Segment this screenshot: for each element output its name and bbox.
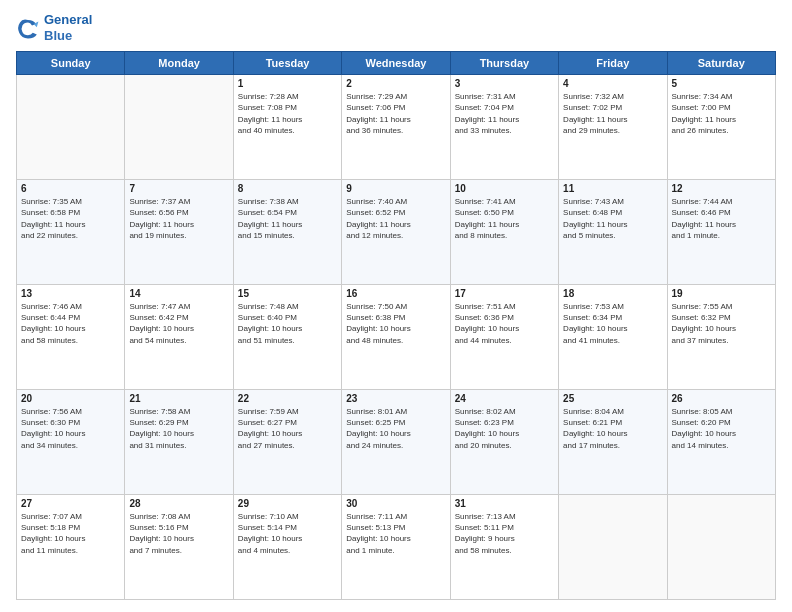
day-number: 27 [21, 498, 120, 509]
day-info: Sunrise: 7:56 AM Sunset: 6:30 PM Dayligh… [21, 406, 120, 451]
header: General Blue [16, 12, 776, 43]
calendar-cell: 23Sunrise: 8:01 AM Sunset: 6:25 PM Dayli… [342, 390, 450, 495]
day-info: Sunrise: 7:51 AM Sunset: 6:36 PM Dayligh… [455, 301, 554, 346]
day-info: Sunrise: 7:46 AM Sunset: 6:44 PM Dayligh… [21, 301, 120, 346]
day-number: 15 [238, 288, 337, 299]
weekday-header: Monday [125, 52, 233, 75]
calendar-cell: 15Sunrise: 7:48 AM Sunset: 6:40 PM Dayli… [233, 285, 341, 390]
calendar-cell: 12Sunrise: 7:44 AM Sunset: 6:46 PM Dayli… [667, 180, 775, 285]
day-number: 29 [238, 498, 337, 509]
calendar-cell: 17Sunrise: 7:51 AM Sunset: 6:36 PM Dayli… [450, 285, 558, 390]
calendar-cell: 8Sunrise: 7:38 AM Sunset: 6:54 PM Daylig… [233, 180, 341, 285]
calendar-cell [559, 495, 667, 600]
day-number: 11 [563, 183, 662, 194]
day-number: 14 [129, 288, 228, 299]
weekday-header: Tuesday [233, 52, 341, 75]
calendar-cell: 11Sunrise: 7:43 AM Sunset: 6:48 PM Dayli… [559, 180, 667, 285]
day-number: 24 [455, 393, 554, 404]
day-info: Sunrise: 7:44 AM Sunset: 6:46 PM Dayligh… [672, 196, 771, 241]
day-info: Sunrise: 7:48 AM Sunset: 6:40 PM Dayligh… [238, 301, 337, 346]
day-info: Sunrise: 8:01 AM Sunset: 6:25 PM Dayligh… [346, 406, 445, 451]
day-info: Sunrise: 7:11 AM Sunset: 5:13 PM Dayligh… [346, 511, 445, 556]
calendar-cell: 1Sunrise: 7:28 AM Sunset: 7:08 PM Daylig… [233, 75, 341, 180]
calendar-cell: 26Sunrise: 8:05 AM Sunset: 6:20 PM Dayli… [667, 390, 775, 495]
calendar-cell: 16Sunrise: 7:50 AM Sunset: 6:38 PM Dayli… [342, 285, 450, 390]
calendar-cell: 18Sunrise: 7:53 AM Sunset: 6:34 PM Dayli… [559, 285, 667, 390]
day-number: 23 [346, 393, 445, 404]
calendar-cell: 27Sunrise: 7:07 AM Sunset: 5:18 PM Dayli… [17, 495, 125, 600]
calendar-cell: 19Sunrise: 7:55 AM Sunset: 6:32 PM Dayli… [667, 285, 775, 390]
day-info: Sunrise: 7:43 AM Sunset: 6:48 PM Dayligh… [563, 196, 662, 241]
day-info: Sunrise: 7:07 AM Sunset: 5:18 PM Dayligh… [21, 511, 120, 556]
day-info: Sunrise: 7:47 AM Sunset: 6:42 PM Dayligh… [129, 301, 228, 346]
calendar-cell: 4Sunrise: 7:32 AM Sunset: 7:02 PM Daylig… [559, 75, 667, 180]
day-number: 12 [672, 183, 771, 194]
day-info: Sunrise: 8:05 AM Sunset: 6:20 PM Dayligh… [672, 406, 771, 451]
calendar-cell: 6Sunrise: 7:35 AM Sunset: 6:58 PM Daylig… [17, 180, 125, 285]
calendar-cell: 24Sunrise: 8:02 AM Sunset: 6:23 PM Dayli… [450, 390, 558, 495]
day-number: 26 [672, 393, 771, 404]
calendar-table: SundayMondayTuesdayWednesdayThursdayFrid… [16, 51, 776, 600]
day-info: Sunrise: 7:59 AM Sunset: 6:27 PM Dayligh… [238, 406, 337, 451]
calendar-cell: 14Sunrise: 7:47 AM Sunset: 6:42 PM Dayli… [125, 285, 233, 390]
calendar-cell: 25Sunrise: 8:04 AM Sunset: 6:21 PM Dayli… [559, 390, 667, 495]
calendar-cell: 9Sunrise: 7:40 AM Sunset: 6:52 PM Daylig… [342, 180, 450, 285]
day-number: 25 [563, 393, 662, 404]
weekday-header: Thursday [450, 52, 558, 75]
day-info: Sunrise: 8:04 AM Sunset: 6:21 PM Dayligh… [563, 406, 662, 451]
day-info: Sunrise: 7:53 AM Sunset: 6:34 PM Dayligh… [563, 301, 662, 346]
calendar-cell [17, 75, 125, 180]
day-number: 6 [21, 183, 120, 194]
weekday-header: Wednesday [342, 52, 450, 75]
day-info: Sunrise: 7:13 AM Sunset: 5:11 PM Dayligh… [455, 511, 554, 556]
day-info: Sunrise: 7:35 AM Sunset: 6:58 PM Dayligh… [21, 196, 120, 241]
day-info: Sunrise: 7:32 AM Sunset: 7:02 PM Dayligh… [563, 91, 662, 136]
day-number: 16 [346, 288, 445, 299]
day-info: Sunrise: 7:50 AM Sunset: 6:38 PM Dayligh… [346, 301, 445, 346]
day-info: Sunrise: 7:55 AM Sunset: 6:32 PM Dayligh… [672, 301, 771, 346]
calendar-cell: 31Sunrise: 7:13 AM Sunset: 5:11 PM Dayli… [450, 495, 558, 600]
day-number: 28 [129, 498, 228, 509]
day-number: 2 [346, 78, 445, 89]
day-number: 7 [129, 183, 228, 194]
day-number: 21 [129, 393, 228, 404]
day-number: 13 [21, 288, 120, 299]
day-info: Sunrise: 8:02 AM Sunset: 6:23 PM Dayligh… [455, 406, 554, 451]
calendar-cell: 29Sunrise: 7:10 AM Sunset: 5:14 PM Dayli… [233, 495, 341, 600]
calendar-cell: 7Sunrise: 7:37 AM Sunset: 6:56 PM Daylig… [125, 180, 233, 285]
day-number: 1 [238, 78, 337, 89]
calendar-cell: 20Sunrise: 7:56 AM Sunset: 6:30 PM Dayli… [17, 390, 125, 495]
logo-icon [16, 16, 40, 40]
day-info: Sunrise: 7:41 AM Sunset: 6:50 PM Dayligh… [455, 196, 554, 241]
day-info: Sunrise: 7:38 AM Sunset: 6:54 PM Dayligh… [238, 196, 337, 241]
day-info: Sunrise: 7:31 AM Sunset: 7:04 PM Dayligh… [455, 91, 554, 136]
weekday-header: Friday [559, 52, 667, 75]
day-info: Sunrise: 7:29 AM Sunset: 7:06 PM Dayligh… [346, 91, 445, 136]
logo-text: General Blue [44, 12, 92, 43]
calendar-cell: 10Sunrise: 7:41 AM Sunset: 6:50 PM Dayli… [450, 180, 558, 285]
calendar-cell: 22Sunrise: 7:59 AM Sunset: 6:27 PM Dayli… [233, 390, 341, 495]
day-info: Sunrise: 7:08 AM Sunset: 5:16 PM Dayligh… [129, 511, 228, 556]
day-info: Sunrise: 7:37 AM Sunset: 6:56 PM Dayligh… [129, 196, 228, 241]
day-number: 20 [21, 393, 120, 404]
day-number: 22 [238, 393, 337, 404]
day-number: 8 [238, 183, 337, 194]
calendar-cell: 5Sunrise: 7:34 AM Sunset: 7:00 PM Daylig… [667, 75, 775, 180]
day-number: 17 [455, 288, 554, 299]
calendar-cell: 13Sunrise: 7:46 AM Sunset: 6:44 PM Dayli… [17, 285, 125, 390]
day-info: Sunrise: 7:58 AM Sunset: 6:29 PM Dayligh… [129, 406, 228, 451]
day-number: 19 [672, 288, 771, 299]
day-info: Sunrise: 7:10 AM Sunset: 5:14 PM Dayligh… [238, 511, 337, 556]
calendar-cell: 28Sunrise: 7:08 AM Sunset: 5:16 PM Dayli… [125, 495, 233, 600]
day-number: 10 [455, 183, 554, 194]
weekday-header: Sunday [17, 52, 125, 75]
day-info: Sunrise: 7:28 AM Sunset: 7:08 PM Dayligh… [238, 91, 337, 136]
calendar-cell: 30Sunrise: 7:11 AM Sunset: 5:13 PM Dayli… [342, 495, 450, 600]
calendar-cell: 21Sunrise: 7:58 AM Sunset: 6:29 PM Dayli… [125, 390, 233, 495]
day-number: 31 [455, 498, 554, 509]
logo: General Blue [16, 12, 92, 43]
day-number: 4 [563, 78, 662, 89]
calendar-cell [667, 495, 775, 600]
day-number: 30 [346, 498, 445, 509]
calendar-cell: 2Sunrise: 7:29 AM Sunset: 7:06 PM Daylig… [342, 75, 450, 180]
